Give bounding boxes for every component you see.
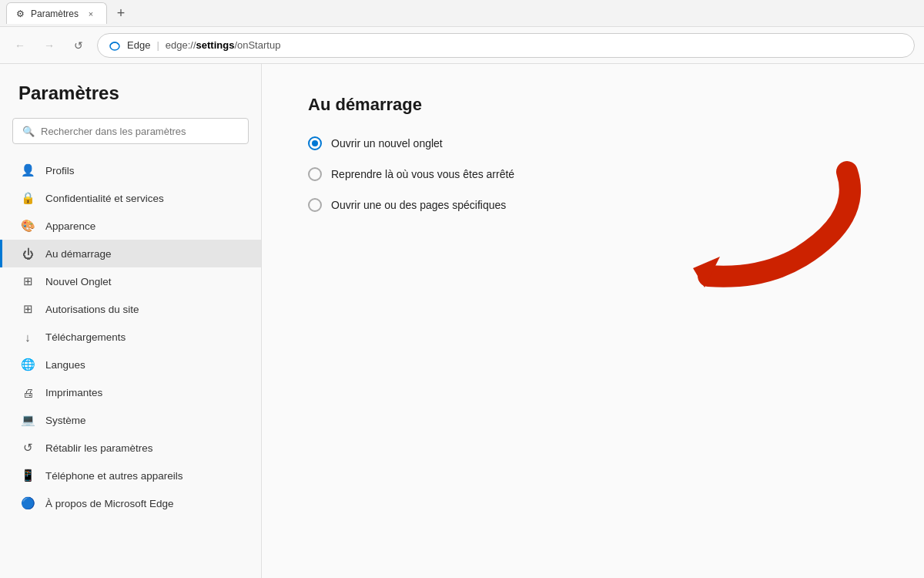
au-demarrage-icon: ⏻ (21, 247, 35, 260)
sidebar-item-au-demarrage[interactable]: ⏻ Au démarrage (0, 240, 261, 267)
main-container: Paramètres 🔍 👤 Profils🔒 Confidentialité … (0, 64, 924, 578)
refresh-button[interactable]: ↺ (68, 35, 89, 56)
sidebar-item-profils[interactable]: 👤 Profils (0, 156, 261, 184)
sidebar-item-apparence[interactable]: 🎨 Apparence (0, 212, 261, 240)
radio-circle-new-tab (308, 136, 322, 150)
sidebar-item-telechargements[interactable]: ↓ Téléchargements (0, 323, 261, 351)
sidebar-item-label: Confidentialité et services (45, 193, 164, 204)
sidebar-item-nouvel-onglet[interactable]: ⊞ Nouvel Onglet (0, 267, 261, 295)
sidebar-item-telephone[interactable]: 📱 Téléphone et autres appareils (0, 462, 261, 489)
address-bar[interactable]: Edge | edge://settings/onStartup (97, 33, 915, 58)
sidebar-item-label: Rétablir les paramètres (45, 442, 153, 454)
sidebar-item-label: Système (45, 415, 86, 426)
startup-options: Ouvrir un nouvel onglet Reprendre là où … (308, 136, 878, 212)
radio-label-new-tab: Ouvrir un nouvel onglet (331, 137, 443, 150)
confidentialite-icon: 🔒 (21, 191, 35, 205)
radio-circle-resume (308, 167, 322, 181)
radio-label-resume: Reprendre là où vous vous êtes arrêté (331, 168, 514, 180)
retablir-icon: ↺ (21, 441, 35, 455)
systeme-icon: 💻 (21, 413, 35, 427)
address-separator: | (156, 39, 159, 51)
sidebar-item-label: À propos de Microsoft Edge (45, 498, 174, 509)
sidebar-item-imprimantes[interactable]: 🖨 Imprimantes (0, 378, 261, 406)
forward-icon: → (44, 39, 55, 52)
autorisations-icon: ⊞ (21, 302, 35, 316)
sidebar-item-label: Profils (45, 165, 75, 176)
sidebar-item-label: Téléphone et autres appareils (45, 470, 183, 482)
apropos-icon: 🔵 (21, 496, 35, 510)
sidebar-item-label: Apparence (45, 220, 95, 232)
telephone-icon: 📱 (21, 469, 35, 482)
address-url: edge://settings/onStartup (166, 39, 281, 51)
sidebar-item-confidentialite[interactable]: 🔒 Confidentialité et services (0, 184, 261, 212)
sidebar-item-label: Imprimantes (45, 387, 102, 398)
sidebar-item-systeme[interactable]: 💻 Système (0, 406, 261, 434)
radio-item-specific-pages[interactable]: Ouvrir une ou des pages spécifiques (308, 198, 878, 212)
apparence-icon: 🎨 (21, 219, 35, 233)
sidebar-title: Paramètres (0, 82, 261, 118)
forward-button[interactable]: → (38, 35, 60, 56)
svg-marker-1 (693, 257, 720, 287)
tab-strip: ⚙ Paramètres × + (6, 0, 132, 26)
edge-logo-icon (109, 39, 121, 52)
sidebar-item-apropos[interactable]: 🔵 À propos de Microsoft Edge (0, 489, 261, 517)
search-box[interactable]: 🔍 (12, 118, 249, 144)
sidebar-item-label: Langues (45, 359, 85, 371)
content-title: Au démarrage (308, 95, 878, 115)
telechargements-icon: ↓ (21, 330, 35, 344)
new-tab-button[interactable]: + (110, 2, 132, 24)
radio-item-new-tab[interactable]: Ouvrir un nouvel onglet (308, 136, 878, 150)
sidebar-item-label: Au démarrage (45, 248, 112, 260)
address-brand: Edge (127, 39, 150, 51)
radio-label-specific-pages: Ouvrir une ou des pages spécifiques (331, 199, 506, 211)
search-icon: 🔍 (22, 126, 35, 137)
sidebar-item-label: Nouvel Onglet (45, 276, 112, 287)
back-button[interactable]: ← (9, 35, 31, 56)
sidebar-item-retablir[interactable]: ↺ Rétablir les paramètres (0, 434, 261, 462)
nav-list: 👤 Profils🔒 Confidentialité et services🎨 … (0, 156, 261, 517)
sidebar-item-label: Autorisations du site (45, 304, 139, 315)
profils-icon: 👤 (21, 163, 35, 177)
search-input[interactable] (41, 126, 239, 137)
sidebar: Paramètres 🔍 👤 Profils🔒 Confidentialité … (0, 64, 262, 578)
langues-icon: 🌐 (21, 358, 35, 371)
radio-circle-specific-pages (308, 198, 322, 212)
titlebar: ⚙ Paramètres × + (0, 0, 924, 27)
back-icon: ← (15, 39, 25, 52)
sidebar-item-autorisations[interactable]: ⊞ Autorisations du site (0, 295, 261, 323)
sidebar-item-label: Téléchargements (45, 331, 126, 343)
addressbar: ← → ↺ Edge | edge://settings/onStartup (0, 27, 924, 64)
tab-close-button[interactable]: × (85, 8, 97, 20)
refresh-icon: ↺ (74, 39, 83, 52)
imprimantes-icon: 🖨 (21, 385, 35, 399)
nouvel-onglet-icon: ⊞ (21, 274, 35, 288)
content-area: Au démarrage Ouvrir un nouvel onglet Rep… (262, 64, 924, 578)
radio-item-resume[interactable]: Reprendre là où vous vous êtes arrêté (308, 167, 878, 181)
active-tab[interactable]: ⚙ Paramètres × (6, 2, 107, 24)
sidebar-item-langues[interactable]: 🌐 Langues (0, 351, 261, 378)
tab-label: Paramètres (31, 8, 79, 19)
tab-favicon: ⚙ (16, 8, 25, 19)
